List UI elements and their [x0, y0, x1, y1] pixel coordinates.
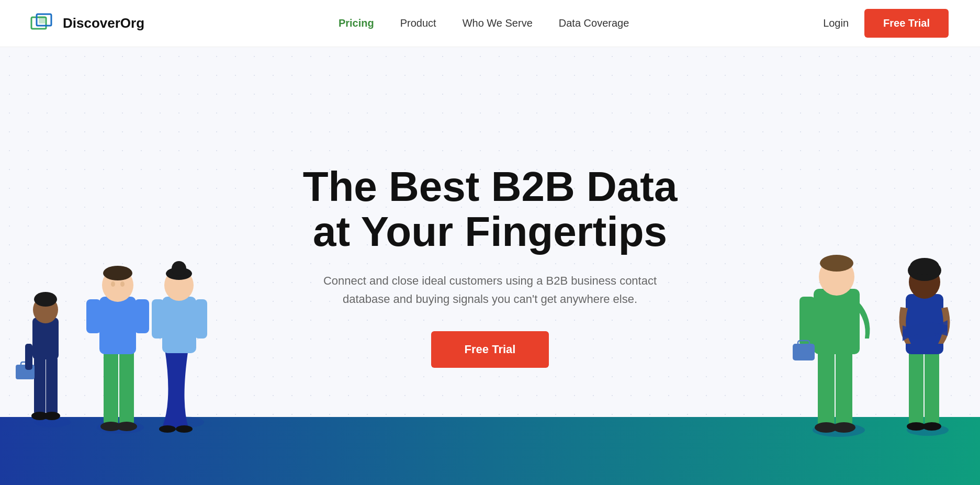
svg-rect-10 [46, 357, 58, 414]
svg-point-50 [922, 422, 941, 431]
illustration-right [771, 140, 970, 454]
header-free-trial-button[interactable]: Free Trial [864, 9, 949, 38]
svg-rect-38 [836, 349, 852, 426]
svg-rect-41 [814, 289, 860, 354]
svg-point-24 [103, 266, 132, 280]
header-actions: Login Free Trial [823, 9, 949, 38]
svg-rect-29 [195, 299, 207, 339]
svg-rect-17 [119, 349, 134, 425]
svg-rect-27 [162, 297, 196, 353]
svg-rect-20 [99, 297, 136, 354]
svg-rect-9 [34, 357, 46, 414]
svg-point-46 [820, 255, 853, 272]
logo: DiscoverOrg [31, 14, 144, 33]
svg-rect-37 [818, 349, 835, 426]
svg-rect-22 [134, 299, 149, 333]
svg-point-33 [159, 425, 176, 433]
hero-title: The Best B2B Data at Your Fingertips [303, 164, 678, 255]
svg-point-25 [111, 281, 115, 287]
svg-rect-6 [32, 318, 59, 359]
svg-point-40 [832, 422, 855, 433]
svg-rect-28 [152, 299, 164, 339]
nav-product[interactable]: Product [400, 17, 436, 29]
svg-rect-42 [799, 297, 815, 346]
svg-rect-2 [39, 16, 45, 24]
logo-icon [31, 14, 57, 33]
svg-rect-48 [925, 349, 939, 425]
svg-point-8 [34, 292, 57, 307]
hero-subtitle: Connect and close ideal customers using … [312, 272, 668, 308]
nav-who-we-serve[interactable]: Who We Serve [463, 17, 533, 29]
svg-rect-16 [104, 349, 118, 425]
nav-pricing[interactable]: Pricing [339, 17, 374, 29]
login-link[interactable]: Login [823, 17, 849, 29]
svg-rect-15 [25, 344, 32, 370]
hero-cta-button[interactable]: Free Trial [431, 331, 549, 368]
svg-point-26 [120, 281, 125, 287]
illustration-left [10, 119, 241, 454]
svg-rect-21 [86, 299, 101, 333]
svg-point-32 [172, 261, 186, 276]
logo-text: DiscoverOrg [63, 15, 144, 31]
main-nav: Pricing Product Who We Serve Data Covera… [339, 17, 629, 29]
svg-rect-47 [909, 349, 923, 425]
hero-section: The Best B2B Data at Your Fingertips Con… [0, 47, 980, 485]
header: DiscoverOrg Pricing Product Who We Serve… [0, 0, 980, 47]
nav-data-coverage[interactable]: Data Coverage [559, 17, 629, 29]
svg-point-19 [116, 422, 137, 431]
hero-content: The Best B2B Data at Your Fingertips Con… [303, 164, 678, 368]
svg-point-34 [176, 425, 193, 433]
svg-point-12 [43, 412, 60, 420]
svg-point-54 [910, 258, 939, 275]
